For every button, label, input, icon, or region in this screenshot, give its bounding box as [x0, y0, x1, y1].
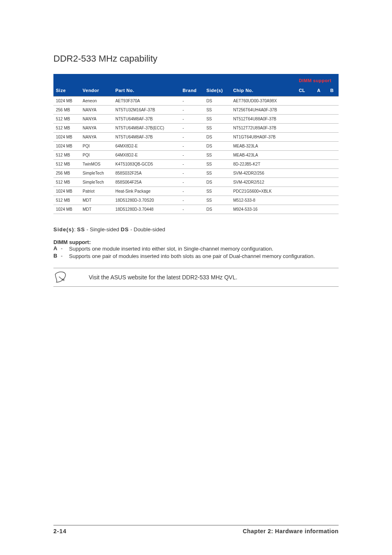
cell-size: 512 MB	[53, 115, 80, 124]
cell-partno: 858S064F25A	[113, 178, 180, 187]
table-row: 512 MBSimpleTech858S064F25A-DSSVM-42DR2/…	[53, 178, 339, 187]
cell-vendor: PQI	[80, 151, 113, 160]
cell-sides: SS	[204, 160, 231, 169]
cell-partno: 64MX8D2-E	[113, 142, 180, 151]
cell-brand: -	[180, 97, 204, 106]
cell-partno: NT5TU64M8AF-37B	[113, 133, 180, 142]
table-row: 512 MBTwinMOSK4T51083QB-GCD5-SS8D-22JB5-…	[53, 160, 339, 169]
cell-brand: -	[180, 160, 204, 169]
cell-partno: AET93F370A	[113, 97, 180, 106]
ds-desc: - Double-sided	[129, 226, 165, 233]
cell-sides: DS	[204, 97, 231, 106]
cell-sides: SS	[204, 151, 231, 160]
cell-b	[325, 133, 339, 142]
cell-a	[312, 151, 325, 160]
cell-sides: SS	[204, 169, 231, 178]
cell-size: 512 MB	[53, 124, 80, 133]
table-row: 1024 MBPQI64MX8D2-E-DSMEAB-323LA	[53, 142, 339, 151]
page-title: DDR2-533 MHz capability	[53, 53, 339, 64]
col-sides: Side(s)	[204, 74, 231, 97]
cell-vendor: NANYA	[80, 115, 113, 124]
cell-size: 512 MB	[53, 160, 80, 169]
cell-sides: DS	[204, 142, 231, 151]
cell-cl	[292, 160, 312, 169]
cell-b	[325, 169, 339, 178]
cell-partno: 18D51280D-3.70448	[113, 205, 180, 214]
cell-b	[325, 205, 339, 214]
cell-a	[312, 133, 325, 142]
cell-vendor: NANYA	[80, 106, 113, 115]
page-footer: 2-14 Chapter 2: Hardware information	[53, 525, 339, 534]
cell-sides: SS	[204, 106, 231, 115]
cell-brand: -	[180, 124, 204, 133]
dimm-a-text: Supports one module inserted into either…	[69, 245, 339, 253]
sides-label: Side(s)	[53, 226, 74, 233]
cell-size: 512 MB	[53, 196, 80, 205]
cell-vendor: NANYA	[80, 124, 113, 133]
dimm-support-legend: DIMM support: A - Supports one module in…	[53, 239, 339, 260]
table-row: 512 MBNANYANT5TU64M8AF-37B(ECC)-SSNT512T…	[53, 124, 339, 133]
cell-a	[312, 106, 325, 115]
cell-brand: -	[180, 169, 204, 178]
page-number: 2-14	[53, 528, 67, 534]
cell-partno: NT5TU32M16AF-37B	[113, 106, 180, 115]
cell-size: 1024 MB	[53, 97, 80, 106]
cell-chipno: M924-533-16	[231, 205, 291, 214]
cell-cl	[292, 187, 312, 196]
cell-chipno: SVM-42DR2/256	[231, 169, 291, 178]
cell-cl	[292, 205, 312, 214]
cell-cl	[292, 169, 312, 178]
cell-a	[312, 196, 325, 205]
cell-cl	[292, 133, 312, 142]
cell-b	[325, 196, 339, 205]
cell-sides: DS	[204, 178, 231, 187]
ss-desc: - Single-sided	[85, 226, 121, 233]
col-cl: CL	[292, 84, 312, 97]
cell-a	[312, 178, 325, 187]
table-row: 1024 MBNANYANT5TU64M8AF-37B-DSNT1GT64U8H…	[53, 133, 339, 142]
cell-partno: 18D51280D-3.70S20	[113, 196, 180, 205]
cell-size: 512 MB	[53, 178, 80, 187]
cell-vendor: SimpleTech	[80, 169, 113, 178]
table-row: 256 MBSimpleTech858S032F25A-SSSVM-42DR2/…	[53, 169, 339, 178]
cell-b	[325, 160, 339, 169]
note-block: Visit the ASUS website for the latest DD…	[53, 268, 339, 287]
col-dimm-support: DIMM support	[294, 78, 336, 83]
cell-chipno: SVM-42DR2/512	[231, 178, 291, 187]
col-a: A	[312, 84, 325, 97]
dimm-a-key: A	[53, 245, 61, 253]
table-row: 1024 MBPatriotHeat-Sink Package-SSPDC21G…	[53, 187, 339, 196]
cell-size: 1024 MB	[53, 142, 80, 151]
cell-a	[312, 115, 325, 124]
cell-cl	[292, 124, 312, 133]
col-brand: Brand	[180, 74, 204, 97]
cell-chipno: NT256T64UH4A0F-37B	[231, 106, 291, 115]
cell-a	[312, 142, 325, 151]
cell-partno: NT5TU64M8AF-37B	[113, 115, 180, 124]
cell-cl	[292, 178, 312, 187]
ds-key: DS	[121, 226, 129, 233]
cell-b	[325, 97, 339, 106]
cell-size: 256 MB	[53, 169, 80, 178]
cell-chipno: 8D-22JB5-K2T	[231, 160, 291, 169]
cell-a	[312, 169, 325, 178]
cell-cl	[292, 196, 312, 205]
cell-a	[312, 187, 325, 196]
cell-b	[325, 178, 339, 187]
cell-size: 1024 MB	[53, 133, 80, 142]
note-text: Visit the ASUS website for the latest DD…	[89, 274, 238, 281]
cell-vendor: PQI	[80, 142, 113, 151]
cell-cl	[292, 151, 312, 160]
cell-vendor: NANYA	[80, 133, 113, 142]
cell-b	[325, 106, 339, 115]
cell-size: 256 MB	[53, 106, 80, 115]
cell-partno: 64MX8D2-E	[113, 151, 180, 160]
col-vendor: Vendor	[80, 74, 113, 97]
dimm-support-header: DIMM support:	[53, 239, 339, 245]
col-b: B	[325, 84, 339, 97]
cell-chipno: MEAB-423LA	[231, 151, 291, 160]
cell-sides: DS	[204, 133, 231, 142]
cell-b	[325, 187, 339, 196]
table-row: 512 MBMDT18D51280D-3.70S20-SSM512-533-8	[53, 196, 339, 205]
cell-vendor: SimpleTech	[80, 178, 113, 187]
